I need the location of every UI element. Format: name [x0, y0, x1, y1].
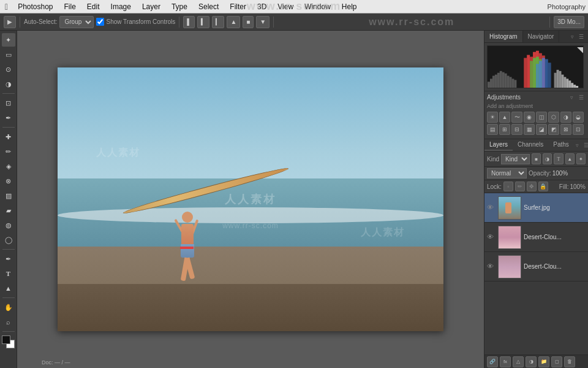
layer-item-clouds1[interactable]: 👁 Desert-Clou... [484, 223, 588, 252]
separator-4 [549, 17, 550, 28]
color-balance-btn[interactable]: ◑ [560, 112, 571, 123]
histogram-menu-btn[interactable]: ☰ [577, 34, 586, 40]
lock-pixels-btn[interactable]: ✏ [515, 182, 525, 191]
tab-layers[interactable]: Layers [484, 139, 513, 151]
brightness-contrast-btn[interactable]: ☀ [487, 112, 498, 123]
lasso-tool-btn[interactable]: ⊙ [2, 63, 15, 76]
fill-control: Fill: 100% [559, 183, 586, 190]
foreground-background-color[interactable] [2, 335, 15, 349]
brush-tool-btn[interactable]: ✏ [2, 145, 15, 158]
lock-all-btn[interactable]: 🔒 [538, 182, 548, 191]
move-tool-btn[interactable]: ✦ [2, 33, 15, 47]
add-style-btn[interactable]: fx [500, 356, 511, 367]
transform-controls-checkbox[interactable] [96, 18, 104, 26]
eraser-tool-btn[interactable]: ▨ [2, 189, 15, 202]
lock-position-btn[interactable]: ✥ [527, 182, 537, 191]
marquee-tool-btn[interactable]: ▭ [2, 48, 15, 61]
lock-transparent-btn[interactable]: ▫ [503, 182, 513, 191]
gradient-map-btn[interactable]: ⊠ [560, 124, 571, 135]
pen-tool-btn[interactable]: ✒ [2, 252, 15, 266]
selective-color-btn[interactable]: ⊡ [573, 124, 584, 135]
healing-tool-btn[interactable]: ✚ [2, 130, 15, 144]
filter-smart-btn[interactable]: ✦ [576, 153, 586, 164]
photo-canvas[interactable]: 人人素材 www.rr-sc.com 人人素材 人人素材 [58, 67, 443, 331]
align-top-btn[interactable]: ▲ [227, 16, 240, 28]
layers-collapse-btn[interactable]: ▿ [574, 142, 581, 148]
clone-tool-btn[interactable]: ◈ [2, 159, 15, 173]
zoom-tool-btn[interactable]: ⌕ [2, 315, 15, 329]
clouds2-thumb-bg [499, 256, 521, 278]
type-tool-btn[interactable]: T [2, 267, 15, 280]
hand-tool-btn[interactable]: ✋ [2, 301, 15, 314]
menubar:  Photoshop File Edit Image Layer Type S… [0, 0, 588, 13]
align-left-btn[interactable]: ▌ [183, 16, 195, 28]
align-middle-btn[interactable]: ■ [243, 16, 254, 28]
layer-visibility-surfer[interactable]: 👁 [487, 204, 496, 212]
tab-navigator[interactable]: Navigator [523, 31, 560, 42]
layer-visibility-clouds2[interactable]: 👁 [487, 263, 496, 271]
canvas-area[interactable]: 人人素材 www.rr-sc.com 人人素材 人人素材 Doc: — / — [17, 31, 484, 368]
adjustments-menu-btn[interactable]: ☰ [577, 94, 586, 101]
adjustments-panel: Adjustments ▿ ☰ Add an adjustment ☀ ▲ 〜 … [484, 91, 588, 139]
new-layer-btn[interactable]: ◻ [551, 356, 562, 367]
align-bottom-btn[interactable]: ▼ [256, 16, 270, 28]
histogram-collapse-btn[interactable]: ▿ [569, 34, 576, 40]
layers-menu-btn[interactable]: ☰ [582, 142, 588, 148]
menu-layer[interactable]: Layer [137, 1, 165, 12]
filter-pixel-btn[interactable]: ■ [532, 153, 541, 164]
layer-item-clouds2[interactable]: 👁 Desert-Clou... [484, 252, 588, 282]
layer-item-surfer[interactable]: 👁 Surfer.jpg [484, 193, 588, 223]
tab-paths[interactable]: Paths [548, 139, 574, 151]
levels-btn[interactable]: ▲ [499, 112, 510, 123]
photo-filter-btn[interactable]: ▤ [487, 124, 498, 135]
bw-btn[interactable]: ◒ [573, 112, 584, 123]
align-right-btn[interactable]: ▎ [212, 16, 224, 28]
posterize-btn[interactable]: ◪ [536, 124, 547, 135]
hsl-btn[interactable]: ⬡ [548, 112, 559, 123]
toolbar-watermark: www.rr-sc.com [369, 17, 454, 28]
kind-filter-select[interactable]: Kind [501, 154, 530, 164]
menu-photoshop[interactable]: Photoshop [13, 1, 58, 12]
link-layers-btn[interactable]: 🔗 [487, 356, 498, 367]
foreground-color-swatch[interactable] [2, 335, 10, 344]
menu-type[interactable]: Type [167, 1, 192, 12]
color-lookup-btn[interactable]: ⊟ [511, 124, 522, 135]
adjustments-collapse-btn[interactable]: ▿ [568, 94, 575, 101]
new-group-btn[interactable]: 📁 [538, 356, 549, 367]
delete-layer-btn[interactable]: 🗑 [564, 356, 575, 367]
filter-shape-btn[interactable]: ▲ [565, 153, 575, 164]
menu-file[interactable]: File [59, 1, 81, 12]
svg-rect-7 [505, 74, 507, 88]
layers-list[interactable]: 👁 Surfer.jpg 👁 Desert-Clou... 👁 [484, 193, 588, 355]
threshold-btn[interactable]: ◩ [548, 124, 559, 135]
gradient-tool-btn[interactable]: ▰ [2, 204, 15, 217]
align-center-btn[interactable]: ▍ [197, 16, 209, 28]
move-tool-options[interactable]: ▶ [4, 16, 16, 28]
tab-channels[interactable]: Channels [513, 139, 548, 151]
filter-type-btn[interactable]: T [554, 153, 563, 164]
crop-tool-btn[interactable]: ⊡ [2, 96, 15, 110]
channel-mixer-btn[interactable]: ⊞ [499, 124, 510, 135]
vibrance-btn[interactable]: ◫ [536, 112, 547, 123]
menu-image[interactable]: Image [106, 1, 136, 12]
blur-tool-btn[interactable]: ◍ [2, 218, 15, 232]
new-adjustment-btn[interactable]: ◑ [526, 356, 537, 367]
filter-adjust-btn[interactable]: ◑ [543, 153, 552, 164]
menu-edit[interactable]: Edit [82, 1, 105, 12]
auto-select-dropdown[interactable]: Group Layer [59, 16, 94, 28]
menu-select[interactable]: Select [194, 1, 224, 12]
dodge-tool-btn[interactable]: ◯ [2, 233, 15, 247]
add-mask-btn[interactable]: △ [513, 356, 524, 367]
invert-btn[interactable]: ▦ [524, 124, 535, 135]
shape-tool-btn[interactable]: ▲ [2, 282, 15, 295]
history-tool-btn[interactable]: ⊗ [2, 174, 15, 188]
tab-histogram[interactable]: Histogram [484, 31, 523, 42]
quick-select-tool-btn[interactable]: ◑ [2, 77, 15, 91]
svg-rect-13 [527, 55, 530, 88]
3d-mode-btn[interactable]: 3D Mo... [554, 16, 584, 28]
blend-mode-select[interactable]: Normal Multiply Screen Overlay [487, 168, 527, 178]
layer-visibility-clouds1[interactable]: 👁 [487, 233, 496, 242]
eyedropper-tool-btn[interactable]: ✒ [2, 111, 15, 125]
curves-btn[interactable]: 〜 [511, 112, 522, 123]
exposure-btn[interactable]: ◉ [524, 112, 535, 123]
